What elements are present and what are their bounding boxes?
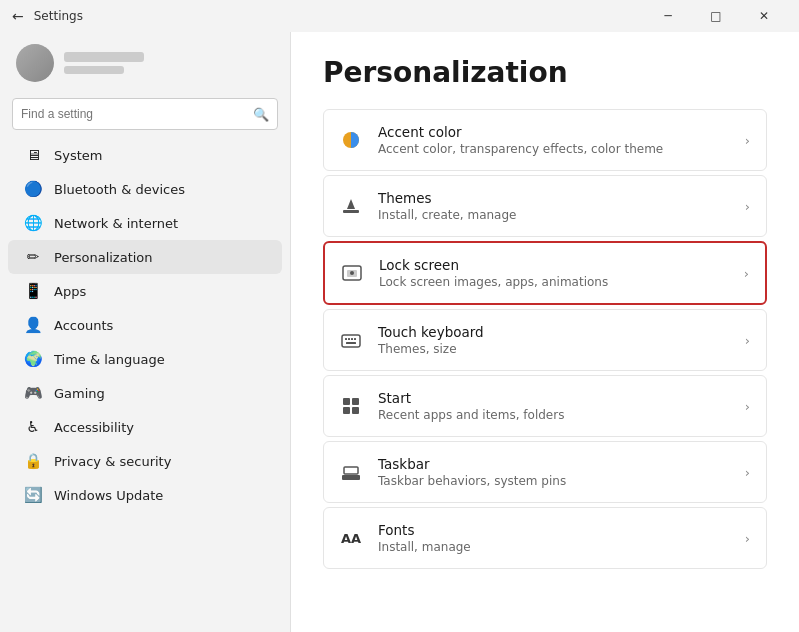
nav-icon-system: 🖥 [24,146,42,164]
chevron-icon-taskbar: › [745,465,750,480]
chevron-icon-accent-color: › [745,133,750,148]
settings-icon-themes [340,195,362,217]
nav-icon-bluetooth: 🔵 [24,180,42,198]
settings-icon-touch-keyboard [340,329,362,351]
settings-subtitle-lock-screen: Lock screen images, apps, animations [379,275,728,289]
nav-icon-network: 🌐 [24,214,42,232]
settings-subtitle-fonts: Install, manage [378,540,729,554]
search-input[interactable] [21,107,253,121]
svg-rect-7 [351,338,353,340]
sidebar-item-privacy[interactable]: 🔒 Privacy & security [8,444,282,478]
svg-rect-11 [352,398,359,405]
svg-rect-4 [342,335,360,347]
settings-item-lock-screen[interactable]: Lock screen Lock screen images, apps, an… [323,241,767,305]
svg-rect-10 [343,398,350,405]
nav-label-accounts: Accounts [54,318,113,333]
avatar [16,44,54,82]
nav-icon-accounts: 👤 [24,316,42,334]
nav-icon-personalization: ✏️ [24,248,42,266]
settings-icon-fonts: AA [340,527,362,549]
settings-item-themes[interactable]: Themes Install, create, manage › [323,175,767,237]
maximize-button[interactable]: □ [693,0,739,32]
nav-icon-time: 🌍 [24,350,42,368]
svg-rect-5 [345,338,347,340]
settings-item-fonts[interactable]: AA Fonts Install, manage › [323,507,767,569]
nav-label-apps: Apps [54,284,86,299]
settings-list: Accent color Accent color, transparency … [323,109,767,569]
chevron-icon-lock-screen: › [744,266,749,281]
svg-rect-6 [348,338,350,340]
nav-icon-gaming: 🎮 [24,384,42,402]
minimize-button[interactable]: ─ [645,0,691,32]
settings-text-fonts: Fonts Install, manage [378,522,729,554]
settings-title-fonts: Fonts [378,522,729,538]
close-button[interactable]: ✕ [741,0,787,32]
sidebar-item-system[interactable]: 🖥 System [8,138,282,172]
nav-label-personalization: Personalization [54,250,153,265]
settings-item-start[interactable]: Start Recent apps and items, folders › [323,375,767,437]
back-button[interactable]: ← [12,8,24,24]
settings-item-touch-keyboard[interactable]: Touch keyboard Themes, size › [323,309,767,371]
settings-title-taskbar: Taskbar [378,456,729,472]
settings-title-lock-screen: Lock screen [379,257,728,273]
sidebar-item-gaming[interactable]: 🎮 Gaming [8,376,282,410]
nav-label-accessibility: Accessibility [54,420,134,435]
chevron-icon-themes: › [745,199,750,214]
page-title: Personalization [323,56,767,89]
svg-rect-15 [344,467,358,474]
settings-icon-taskbar [340,461,362,483]
user-subtitle [64,66,124,74]
settings-subtitle-start: Recent apps and items, folders [378,408,729,422]
user-profile[interactable] [0,32,290,98]
titlebar-controls: ─ □ ✕ [645,0,787,32]
settings-text-themes: Themes Install, create, manage [378,190,729,222]
svg-point-3 [350,271,354,275]
settings-title-touch-keyboard: Touch keyboard [378,324,729,340]
settings-text-start: Start Recent apps and items, folders [378,390,729,422]
sidebar-item-accessibility[interactable]: ♿ Accessibility [8,410,282,444]
svg-rect-14 [342,475,360,480]
sidebar-item-network[interactable]: 🌐 Network & internet [8,206,282,240]
settings-text-touch-keyboard: Touch keyboard Themes, size [378,324,729,356]
nav-label-windows-update: Windows Update [54,488,163,503]
sidebar: 🔍 🖥 System 🔵 Bluetooth & devices 🌐 Netwo… [0,32,290,632]
settings-text-lock-screen: Lock screen Lock screen images, apps, an… [379,257,728,289]
nav-label-time: Time & language [54,352,165,367]
settings-subtitle-themes: Install, create, manage [378,208,729,222]
settings-icon-start [340,395,362,417]
sidebar-item-time[interactable]: 🌍 Time & language [8,342,282,376]
svg-rect-0 [343,210,359,213]
settings-title-start: Start [378,390,729,406]
chevron-icon-fonts: › [745,531,750,546]
settings-title-accent-color: Accent color [378,124,729,140]
chevron-icon-start: › [745,399,750,414]
nav-label-system: System [54,148,102,163]
sidebar-item-personalization[interactable]: ✏️ Personalization [8,240,282,274]
settings-icon-lock-screen [341,262,363,284]
settings-icon-accent-color [340,129,362,151]
nav-label-bluetooth: Bluetooth & devices [54,182,185,197]
main-layout: 🔍 🖥 System 🔵 Bluetooth & devices 🌐 Netwo… [0,32,799,632]
nav-label-network: Network & internet [54,216,178,231]
settings-item-accent-color[interactable]: Accent color Accent color, transparency … [323,109,767,171]
svg-rect-9 [346,342,356,344]
sidebar-item-bluetooth[interactable]: 🔵 Bluetooth & devices [8,172,282,206]
settings-item-taskbar[interactable]: Taskbar Taskbar behaviors, system pins › [323,441,767,503]
sidebar-item-accounts[interactable]: 👤 Accounts [8,308,282,342]
nav-label-gaming: Gaming [54,386,105,401]
user-info [64,52,144,74]
nav-icon-windows-update: 🔄 [24,486,42,504]
nav-icon-accessibility: ♿ [24,418,42,436]
nav-label-privacy: Privacy & security [54,454,171,469]
titlebar-title: Settings [34,9,83,23]
settings-text-accent-color: Accent color Accent color, transparency … [378,124,729,156]
titlebar: ← Settings ─ □ ✕ [0,0,799,32]
user-name [64,52,144,62]
svg-rect-8 [354,338,356,340]
sidebar-item-apps[interactable]: 📱 Apps [8,274,282,308]
nav-icon-privacy: 🔒 [24,452,42,470]
sidebar-item-windows-update[interactable]: 🔄 Windows Update [8,478,282,512]
svg-rect-13 [352,407,359,414]
nav-list: 🖥 System 🔵 Bluetooth & devices 🌐 Network… [0,138,290,624]
search-box[interactable]: 🔍 [12,98,278,130]
